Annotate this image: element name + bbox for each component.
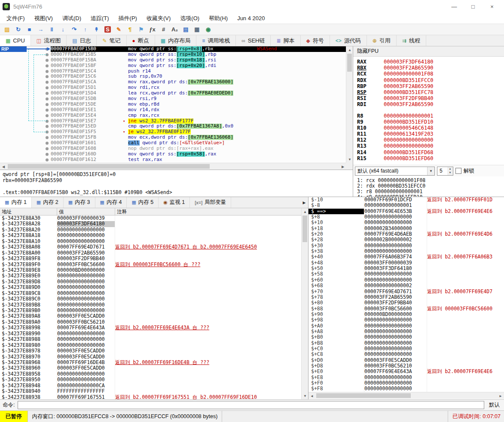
stack-comment[interactable] [427, 277, 504, 283]
scroll-right-icon[interactable]: ▶ [497, 392, 504, 399]
register-row[interactable]: R11 000000613419F203 [357, 131, 504, 137]
breakpoint-gutter[interactable] [0, 135, 51, 140]
calling-convention-select[interactable]: 默认 (x64 fastcall) ▼ [355, 167, 435, 176]
comments-icon[interactable]: ¶ [125, 25, 135, 34]
register-value[interactable]: 0000000000000000 [384, 143, 434, 149]
dump-comment-link[interactable] [115, 227, 302, 233]
dump-comment-link[interactable] [115, 348, 302, 354]
register-value[interactable]: 000000613419F203 [384, 131, 434, 137]
top-tab[interactable]: ✎ 笔记 [97, 35, 126, 46]
dump-row[interactable]: $-34237E88978 000003FF0E5CADD0 [0, 348, 302, 354]
dump-row[interactable]: $-34237E88970 000003FF0E5CADD0 [0, 354, 302, 360]
register-value[interactable]: 000000BD351EFCC0 [384, 77, 434, 83]
run-to-user-code-icon[interactable]: ↟ [92, 25, 101, 34]
dump-comment-link[interactable] [115, 279, 302, 285]
menu-item[interactable]: Jun 4 2020 [232, 15, 269, 21]
breakpoint-gutter[interactable] [0, 152, 51, 157]
stack-horizontal-scrollbar[interactable]: ◀ ▶ [309, 392, 504, 399]
stack-comment[interactable] [427, 203, 504, 208]
stack-row[interactable]: $+60 0000000000000000 [309, 277, 504, 283]
stack-comment[interactable] [427, 283, 504, 288]
register-row[interactable]: RDX 000000BD351EFCC0 [357, 77, 504, 83]
register-value[interactable]: 000000BD351EFC78 [384, 89, 434, 95]
dump-row[interactable]: $-34237E889F8 000003FF2DF9BB40 [0, 256, 302, 261]
open-file-icon[interactable]: ▨ [2, 25, 12, 34]
stop-icon[interactable]: ■ [24, 25, 34, 34]
menu-item[interactable]: 插件(P) [114, 15, 142, 22]
breakpoint-dot-icon[interactable] [46, 142, 49, 145]
dump-comment-link[interactable] [115, 319, 302, 325]
dump-row[interactable]: $-34237E889C0 0000000000000000 [0, 296, 302, 302]
dump-comment-link[interactable] [115, 383, 302, 389]
top-tab[interactable]: ⇉ 线程 [397, 35, 426, 46]
stack-comment[interactable] [427, 380, 504, 386]
dump-vertical-scrollbar[interactable]: ▲ ▼ [301, 208, 308, 399]
chevron-down-icon[interactable]: ▼ [427, 167, 434, 175]
dump-comment-link[interactable] [115, 365, 302, 371]
disasm-row[interactable]: 00007FFBAE0F160D mov qword ptr ss:[rsp+0… [0, 152, 346, 157]
dump-comment-link[interactable] [115, 233, 302, 238]
dump-comment-link[interactable] [115, 343, 302, 348]
stack-row[interactable]: $+50 000003FF3DF64180 [309, 266, 504, 271]
breakpoint-gutter[interactable] [0, 157, 51, 163]
dump-comment-link[interactable] [115, 273, 302, 279]
scrollbar-thumb[interactable] [347, 54, 352, 72]
execute-till-return-icon[interactable]: ↑ [80, 25, 90, 34]
dump-comment-link[interactable] [115, 291, 302, 296]
dump-row[interactable]: $-34237E889D0 0000000000000000 [0, 285, 302, 290]
dump-comment-link[interactable] [115, 354, 302, 360]
stack-comment[interactable]: 返回到 b2.00007FF69E4D7 [427, 289, 504, 294]
dump-tab[interactable]: [x=] 局部变量 [190, 197, 231, 208]
stack-row[interactable]: $+58 0000000000000000 [309, 271, 504, 277]
dump-comment-link[interactable] [115, 221, 302, 227]
stack-comment[interactable] [427, 334, 504, 340]
dump-comment-link[interactable] [115, 216, 302, 221]
register-value[interactable]: 00000000546C6148 [384, 125, 434, 131]
register-value[interactable]: 000000BD351EFD68 [384, 149, 434, 155]
minimize-button[interactable]: — [445, 0, 464, 12]
stack-row[interactable]: $+68 0000000000000002 [309, 283, 504, 288]
stack-row[interactable]: $+20 00007FF69E4D6AEB 返回到 b2.00007FF69E4… [309, 231, 504, 237]
dump-comment-link[interactable] [115, 302, 302, 308]
argument-count-stepper[interactable]: 5 ▲▼ [437, 167, 453, 176]
menu-item[interactable]: 视图(V) [30, 15, 58, 22]
scroll-left-icon[interactable]: ◀ [309, 392, 315, 399]
dump-comment-link[interactable]: 返回到 b2.00007FF69F167551 自 b2.00007FF69F1… [115, 395, 302, 399]
dump-row[interactable]: $-34237E88A28 000003FF3DF64180 [0, 221, 302, 227]
register-row[interactable]: R8 0000000000000001 [357, 113, 504, 119]
stack-row[interactable]: $+10 0000000000000000 [309, 220, 504, 225]
dump-row[interactable]: $-34237E88938 00007FF69F167551 返回到 b2.00… [0, 395, 302, 399]
register-row[interactable]: RBX 000003FF2AB65590 [357, 65, 504, 71]
register-row[interactable]: R14 000000BD351EFD68 [357, 149, 504, 155]
stack-comment[interactable]: 返回到 b2.00007FF69E4E6 [427, 369, 504, 374]
stack-row[interactable]: $+70 00007FF69E4D7671 返回到 b2.00007FF69E4… [309, 289, 504, 294]
disasm-row[interactable]: 00007FFBAE0F15E1 mov r14,rdx [0, 107, 346, 113]
breakpoint-gutter[interactable] [0, 146, 51, 152]
az-icon[interactable]: A₂ [170, 25, 180, 34]
register-row[interactable]: R10 00000000546C6148 [357, 125, 504, 131]
dump-row[interactable]: $-34237E88968 00007FF69F16DE4B 返回到 b2.00… [0, 360, 302, 365]
dump-comment-link[interactable] [115, 239, 302, 244]
scroll-up-icon[interactable]: ▲ [302, 208, 309, 215]
disasm-row[interactable]: 00007FFBAE0F15BA mov qword ptr ss:[rsp+0… [0, 58, 346, 63]
dump-row[interactable]: $-34237E88A08 00007FF69E4D7671 返回到 b2.00… [0, 244, 302, 250]
stack-row[interactable]: $+E0 00007FF69E4E643A 返回到 b2.00007FF69E4… [309, 369, 504, 374]
stack-row[interactable]: $+30 0000000000000000 [309, 243, 504, 249]
menu-item[interactable]: 收藏夹(V) [142, 15, 175, 22]
register-value[interactable]: 0000000000000000 [384, 137, 434, 143]
dump-row[interactable]: $-34237E88940 FFFFFFFFFFFFFFFF [0, 389, 302, 394]
disasm-row[interactable]: 00007FFBAE0F1608 nop dword ptr ds:[rax+r… [0, 146, 346, 152]
menu-item[interactable]: 追踪(T) [86, 15, 114, 22]
scylla-icon[interactable]: S [103, 25, 113, 34]
stack-comment[interactable] [427, 300, 504, 306]
stack-row[interactable]: $+18 0000002B34000000 [309, 226, 504, 231]
register-row[interactable]: RAX 000003FF3DF64180 [357, 59, 504, 65]
stack-row[interactable]: $+48 000003FF00000039 [309, 260, 504, 266]
stack-row[interactable]: $+38 0000000000000000 [309, 249, 504, 254]
disasm-vertical-scrollbar[interactable]: ▲ ▼ [346, 46, 353, 163]
dump-comment-link[interactable] [115, 389, 302, 394]
breakpoint-gutter[interactable] [0, 140, 51, 146]
dump-comment-link[interactable]: 返回到 000003FF0BC56600 自 ??? [115, 262, 302, 267]
register-row[interactable]: RBP 000003FF2AB65590 [357, 83, 504, 89]
scrollbar-thumb[interactable] [8, 164, 210, 169]
